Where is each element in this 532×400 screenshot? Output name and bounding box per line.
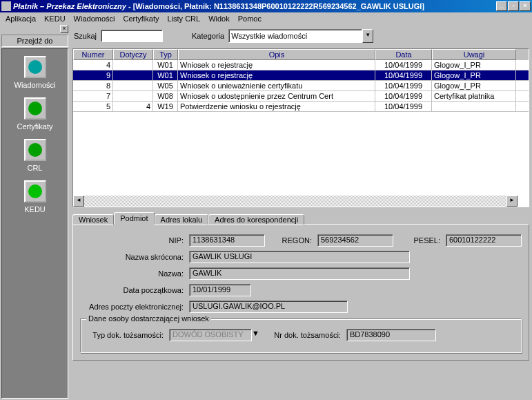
cell-uwagi: Glogow_I_PR <box>432 70 516 80</box>
nazwa-skr-field: GAWLIK USŁUGI <box>189 251 410 263</box>
grid-body: 4W01Wniosek o rejestrację10/04/1999Glogo… <box>73 60 529 207</box>
search-row: Szukaj Kategoria ▼ <box>72 28 529 44</box>
titlebar: Płatnik – Przekaz Elektroniczny - [Wiado… <box>0 0 532 12</box>
sidebar-panel: × Przejdź do Wiadomości Certyfikaty CRL … <box>0 25 70 400</box>
messages-icon <box>24 56 46 78</box>
sidebar-item-certyfikaty[interactable]: Certyfikaty <box>17 97 53 131</box>
cell-dotyczy <box>113 91 153 101</box>
cell-uwagi: Glogow_I_PR <box>432 81 516 91</box>
search-label: Szukaj <box>74 32 97 40</box>
menu-wiadomosci[interactable]: Wiadomości <box>70 13 119 24</box>
horizontal-scrollbar[interactable]: ◄ ► <box>73 196 518 207</box>
tab-adres-lokalu[interactable]: Adres lokalu <box>155 214 209 225</box>
data-pocz-field: 10/01/1999 <box>189 284 251 296</box>
col-opis[interactable]: Opis <box>178 49 375 60</box>
cell-dotyczy: 4 <box>113 102 153 111</box>
data-pocz-label: Data początkowa: <box>80 286 184 294</box>
messages-grid[interactable]: Numer Dotyczy Typ Opis Data Uwagi 4W01Wn… <box>72 48 529 207</box>
sidebar-item-label: KEDU <box>24 205 46 213</box>
menu-pomoc[interactable]: Pomoc <box>234 13 266 24</box>
certificates-icon <box>24 97 46 120</box>
nazwa-label: Nazwa: <box>80 269 184 278</box>
cell-uwagi: Certyfikat płatnika <box>432 91 516 101</box>
cell-dotyczy <box>113 70 153 80</box>
regon-field: 569234562 <box>317 234 393 247</box>
grid-header: Numer Dotyczy Typ Opis Data Uwagi <box>73 49 529 60</box>
menu-certyfikaty[interactable]: Certyfikaty <box>119 13 164 24</box>
col-numer[interactable]: Numer <box>73 49 113 60</box>
sidebar-close-button[interactable]: × <box>60 25 68 33</box>
cell-opis: Wniosek o rejestrację <box>178 70 375 80</box>
tab-wniosek[interactable]: Wniosek <box>72 214 114 225</box>
tab-adres-koresp[interactable]: Adres do korespondencji <box>208 214 304 225</box>
minimize-button[interactable]: _ <box>496 1 507 11</box>
cell-typ: W05 <box>153 81 178 91</box>
tab-body-podmiot: NIP: 1138631348 REGON: 569234562 PESEL: … <box>72 224 529 361</box>
chevron-down-icon: ▼ <box>252 329 259 341</box>
group-legend: Dane osoby dostarczającej wniosek <box>86 314 211 323</box>
scroll-track[interactable] <box>84 196 506 207</box>
sidebar: Wiadomości Certyfikaty CRL KEDU <box>1 48 68 399</box>
cell-data: 10/04/1999 <box>375 91 432 101</box>
typdok-label: Typ dok. tożsamości: <box>88 331 164 339</box>
tabstrip: Wniosek Podmiot Adres lokalu Adres do ko… <box>72 211 529 224</box>
sidebar-item-wiadomosci[interactable]: Wiadomości <box>14 56 56 89</box>
col-typ[interactable]: Typ <box>153 49 178 60</box>
close-button[interactable]: × <box>520 1 531 11</box>
cell-dotyczy <box>113 60 153 70</box>
cell-dotyczy <box>113 81 153 91</box>
menu-widok[interactable]: Widok <box>204 13 234 24</box>
crl-icon <box>24 139 46 161</box>
cell-opis: Potwierdzenie wniosku o rejestrację <box>178 102 375 111</box>
table-row[interactable]: 8W05Wniosek o unieważnienie certyfikatu1… <box>73 81 529 91</box>
category-label: Kategoria <box>192 32 224 40</box>
email-field: USLUGI.GAWLIK@IOO.PL <box>189 301 348 313</box>
table-row[interactable]: 54W19Potwierdzenie wniosku o rejestrację… <box>73 102 529 112</box>
cell-data: 10/04/1999 <box>375 60 432 70</box>
nazwa-field: GAWLIK <box>189 267 410 280</box>
col-uwagi[interactable]: Uwagi <box>432 49 516 60</box>
nazwa-skr-label: Nazwa skrócona: <box>80 253 184 261</box>
menu-listy-crl[interactable]: Listy CRL <box>163 13 204 24</box>
table-row[interactable]: 4W01Wniosek o rejestrację10/04/1999Glogo… <box>73 60 529 70</box>
menu-aplikacja[interactable]: Aplikacja <box>1 13 40 24</box>
cell-data: 10/04/1999 <box>375 102 432 111</box>
typdok-field: DOWÓD OSOBISTY <box>169 329 252 341</box>
table-row[interactable]: 9W01Wniosek o rejestrację10/04/1999Glogo… <box>73 70 529 81</box>
window-title: Płatnik – Przekaz Elektroniczny - [Wiado… <box>13 2 496 10</box>
sidebar-item-crl[interactable]: CRL <box>24 139 46 172</box>
cell-typ: W01 <box>153 70 178 80</box>
sidebar-item-label: CRL <box>24 164 46 172</box>
cell-uwagi: Glogow_I_PR <box>432 60 516 70</box>
typdok-combo: DOWÓD OSOBISTY ▼ <box>169 329 259 341</box>
search-input[interactable] <box>101 30 163 42</box>
cell-data: 10/04/1999 <box>375 70 432 80</box>
scroll-right-icon[interactable]: ► <box>506 196 518 207</box>
email-label: Adres poczty elektronicznej: <box>80 303 184 311</box>
table-row[interactable]: 7W08Wniosek o udostępnienie przez Centru… <box>73 91 529 102</box>
scroll-left-icon[interactable]: ◄ <box>73 196 84 207</box>
cell-opis: Wniosek o unieważnienie certyfikatu <box>178 81 375 91</box>
cell-opis: Wniosek o rejestrację <box>178 60 375 70</box>
col-dotyczy[interactable]: Dotyczy <box>113 49 153 60</box>
group-dane-osoby: Dane osoby dostarczającej wniosek Typ do… <box>80 318 522 353</box>
cell-typ: W01 <box>153 60 178 70</box>
sidebar-item-kedu[interactable]: KEDU <box>24 180 46 213</box>
category-combo[interactable]: ▼ <box>228 29 373 43</box>
nrdok-field: BD7838090 <box>346 329 436 341</box>
cell-numer: 7 <box>73 91 113 101</box>
cell-numer: 9 <box>73 70 113 80</box>
app-icon <box>1 1 11 11</box>
tab-podmiot[interactable]: Podmiot <box>114 212 154 225</box>
cell-data: 10/04/1999 <box>375 81 432 91</box>
col-data[interactable]: Data <box>375 49 432 60</box>
nip-label: NIP: <box>80 236 184 245</box>
content-area: Szukaj Kategoria ▼ Numer Dotyczy Typ Opi… <box>70 25 532 400</box>
chevron-down-icon[interactable]: ▼ <box>362 29 373 43</box>
nrdok-label: Nr dok. tożsamości: <box>265 331 341 339</box>
category-value[interactable] <box>228 29 362 43</box>
restore-button[interactable]: ▫ <box>508 1 519 11</box>
cell-typ: W08 <box>153 91 178 101</box>
menu-kedu[interactable]: KEDU <box>40 13 70 24</box>
cell-numer: 5 <box>73 102 113 111</box>
